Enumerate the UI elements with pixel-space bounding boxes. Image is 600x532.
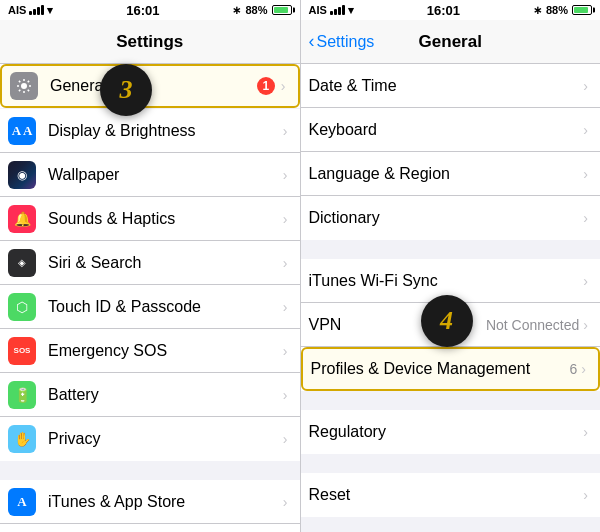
label-dictionary: Dictionary (309, 209, 584, 227)
label-regulatory: Regulatory (309, 423, 584, 441)
time-right: 16:01 (427, 3, 460, 18)
icon-wallpaper: ◉ (8, 161, 36, 189)
status-bar-left: AIS ▾ 16:01 ∗ 88% (0, 0, 300, 20)
section-group-2: A A Display & Brightness › ◉ Wallpaper ›… (0, 109, 300, 461)
chevron-wallpaper: › (283, 167, 288, 183)
icon-touchid: ⬡ (8, 293, 36, 321)
icon-sos: SOS (8, 337, 36, 365)
label-sounds: Sounds & Haptics (48, 210, 283, 228)
spacer-right-1 (301, 241, 601, 259)
icon-sounds: 🔔 (8, 205, 36, 233)
settings-list-left: General 1 › A A Display & Brightness › ◉… (0, 64, 300, 532)
list-item-language[interactable]: Language & Region › (301, 152, 601, 196)
icon-general (10, 72, 38, 100)
label-language: Language & Region (309, 165, 584, 183)
label-general: General (50, 77, 257, 95)
list-item-datetime[interactable]: Date & Time › (301, 64, 601, 108)
bluetooth-left: ∗ (232, 4, 241, 17)
nav-title-left: Settings (116, 32, 183, 52)
spacer-1 (0, 462, 300, 480)
chevron-keyboard: › (583, 122, 588, 138)
section-group-right-1: Date & Time › Keyboard › Language & Regi… (301, 64, 601, 240)
label-wallpaper: Wallpaper (48, 166, 283, 184)
signal-left (29, 5, 44, 15)
chevron-language: › (583, 166, 588, 182)
label-keyboard: Keyboard (309, 121, 584, 139)
icon-appstore: A (8, 488, 36, 516)
chevron-display: › (283, 123, 288, 139)
value-vpn: Not Connected (486, 317, 579, 333)
list-item-battery[interactable]: 🔋 Battery › (0, 373, 300, 417)
spacer-right-4 (301, 518, 601, 532)
chevron-privacy: › (283, 431, 288, 447)
signal-right (330, 5, 345, 15)
spacer-right-3 (301, 455, 601, 473)
chevron-siri: › (283, 255, 288, 271)
time-left: 16:01 (126, 3, 159, 18)
icon-battery: 🔋 (8, 381, 36, 409)
label-siri: Siri & Search (48, 254, 283, 272)
list-item-regulatory[interactable]: Regulatory › (301, 410, 601, 454)
section-group-right-4: Reset › (301, 473, 601, 517)
battery-percent-left: 88% (245, 4, 267, 16)
value-profiles: 6 (570, 361, 578, 377)
battery-icon-right (572, 5, 592, 15)
chevron-sounds: › (283, 211, 288, 227)
list-item-siri[interactable]: ◈ Siri & Search › (0, 241, 300, 285)
list-item-appstore[interactable]: A iTunes & App Store › (0, 480, 300, 524)
label-appstore: iTunes & App Store (48, 493, 283, 511)
nav-bar-left: Settings (0, 20, 300, 64)
chevron-regulatory: › (583, 424, 588, 440)
nav-title-right: General (419, 32, 482, 52)
icon-display: A A (8, 117, 36, 145)
list-item-privacy[interactable]: ✋ Privacy › (0, 417, 300, 461)
back-button[interactable]: ‹ Settings (309, 31, 375, 52)
wifi-right: ▾ (348, 4, 354, 17)
label-display: Display & Brightness (48, 122, 283, 140)
chevron-itunes-sync: › (583, 273, 588, 289)
step-4-badge: 4 (421, 295, 473, 347)
label-itunes-sync: iTunes Wi-Fi Sync (309, 272, 584, 290)
list-item-reset[interactable]: Reset › (301, 473, 601, 517)
spacer-right-2 (301, 392, 601, 410)
label-profiles: Profiles & Device Management (311, 360, 570, 378)
list-item-touchid[interactable]: ⬡ Touch ID & Passcode › (0, 285, 300, 329)
back-chevron-icon: ‹ (309, 31, 315, 52)
chevron-profiles: › (581, 361, 586, 377)
carrier-left: AIS (8, 4, 26, 16)
bluetooth-right: ∗ (533, 4, 542, 17)
label-reset: Reset (309, 486, 584, 504)
chevron-vpn: › (583, 317, 588, 333)
list-item-profiles[interactable]: Profiles & Device Management 6 › (301, 347, 601, 391)
chevron-general: › (281, 78, 286, 94)
list-item-sos[interactable]: SOS Emergency SOS › (0, 329, 300, 373)
chevron-appstore: › (283, 494, 288, 510)
chevron-datetime: › (583, 78, 588, 94)
battery-percent-right: 88% (546, 4, 568, 16)
list-item-wallpaper[interactable]: ◉ Wallpaper › (0, 153, 300, 197)
label-privacy: Privacy (48, 430, 283, 448)
list-item-display[interactable]: A A Display & Brightness › (0, 109, 300, 153)
chevron-sos: › (283, 343, 288, 359)
section-group-3: A iTunes & App Store › @ Accounts & Pass… (0, 480, 300, 532)
section-group-right-3: Regulatory › (301, 410, 601, 454)
label-datetime: Date & Time (309, 77, 584, 95)
icon-privacy: ✋ (8, 425, 36, 453)
list-item-dictionary[interactable]: Dictionary › (301, 196, 601, 240)
step-3-badge: 3 (100, 64, 152, 116)
list-item-keyboard[interactable]: Keyboard › (301, 108, 601, 152)
status-bar-right: AIS ▾ 16:01 ∗ 88% (301, 0, 601, 20)
nav-bar-right: ‹ Settings General (301, 20, 601, 64)
battery-icon-left (272, 5, 292, 15)
label-battery: Battery (48, 386, 283, 404)
list-item-accounts[interactable]: @ Accounts & Passwords › (0, 524, 300, 532)
chevron-battery: › (283, 387, 288, 403)
svg-point-0 (21, 83, 27, 89)
label-touchid: Touch ID & Passcode (48, 298, 283, 316)
back-label: Settings (317, 33, 375, 51)
list-item-sounds[interactable]: 🔔 Sounds & Haptics › (0, 197, 300, 241)
chevron-touchid: › (283, 299, 288, 315)
label-sos: Emergency SOS (48, 342, 283, 360)
icon-siri: ◈ (8, 249, 36, 277)
badge-general: 1 (257, 77, 275, 95)
